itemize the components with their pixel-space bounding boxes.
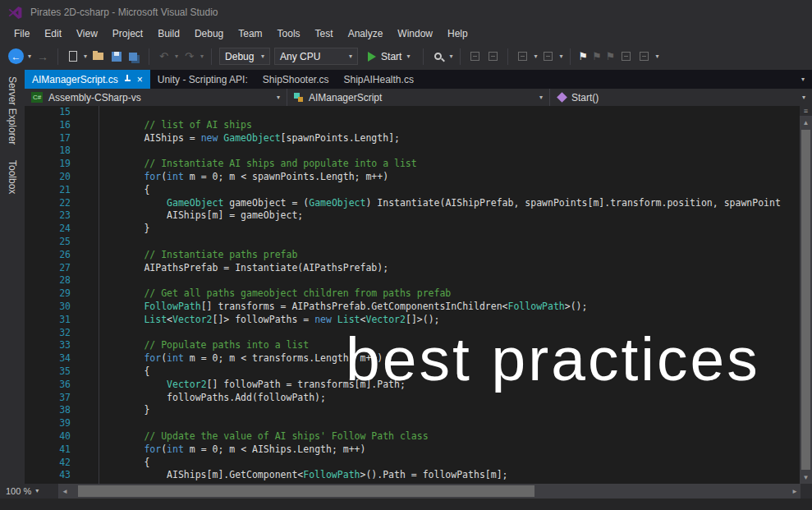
vertical-scrollbar-thumb[interactable] [801, 130, 810, 470]
menu-item-tools[interactable]: Tools [270, 25, 308, 42]
editor-tab[interactable]: ShipAIHealth.cs [337, 70, 421, 89]
redo-dropdown-icon[interactable]: ▾ [200, 53, 204, 60]
step-over-dropdown-icon[interactable]: ▾ [559, 53, 562, 60]
horizontal-scrollbar-thumb[interactable] [78, 485, 534, 497]
code-line: 32 [25, 327, 800, 340]
zoom-select[interactable]: 100 % ▾ [0, 484, 59, 499]
chevron-down-icon: ▾ [277, 94, 280, 101]
code-line: 17 AIShips = new GameObject[spawnPoints.… [25, 132, 800, 145]
menu-item-edit[interactable]: Edit [37, 25, 69, 42]
code-line: 36 Vector2[] followPath = transforms[m].… [25, 379, 800, 392]
method-icon [557, 92, 567, 103]
line-number: 24 [25, 223, 71, 236]
code-line: 18 [25, 145, 800, 158]
code-line: 35 { [25, 365, 800, 379]
line-number: 40 [25, 430, 71, 443]
visual-studio-window: Pirates 2D-csharp - Microsoft Visual Stu… [0, 0, 812, 510]
solution-platform-value: Any CPU [280, 51, 320, 62]
menu-item-help[interactable]: Help [440, 25, 475, 42]
new-file-button[interactable] [66, 49, 80, 64]
menu-item-view[interactable]: View [69, 25, 105, 42]
code-line: 19 // Instantiate AI ships and populate … [25, 158, 800, 171]
navigate-forward-button[interactable]: → [35, 50, 50, 63]
class-icon [294, 93, 303, 102]
line-number: 31 [25, 314, 71, 327]
start-debugging-button[interactable]: Start ▾ [362, 48, 415, 66]
save-all-button[interactable] [127, 49, 141, 64]
scroll-down-button[interactable]: ▼ [800, 471, 812, 483]
scroll-left-button[interactable]: ◄ [59, 484, 71, 499]
editor-tab[interactable]: AIManagerScript.cs× [25, 70, 150, 89]
side-tab-server-explorer[interactable]: Server Explorer [7, 72, 18, 149]
code-line: 15 [25, 106, 800, 119]
pin-icon[interactable] [124, 75, 131, 84]
code-text: } [99, 223, 149, 236]
code-text: AIShips[m].GetComponent<FollowPath>().Pa… [99, 469, 508, 482]
side-tab-toolbox[interactable]: Toolbox [7, 156, 18, 198]
save-button[interactable] [109, 49, 123, 64]
line-number: 32 [25, 327, 71, 340]
new-file-dropdown-icon[interactable]: ▾ [84, 53, 87, 60]
menu-item-build[interactable]: Build [150, 25, 187, 42]
break-all-button[interactable] [468, 49, 482, 64]
stop-debugging-button[interactable] [486, 49, 500, 64]
step-into-button[interactable] [516, 49, 530, 64]
open-file-button[interactable] [91, 49, 105, 64]
horizontal-scrollbar-track[interactable] [71, 484, 789, 499]
menu-item-debug[interactable]: Debug [187, 25, 231, 42]
tab-overflow-button[interactable]: ▾ [801, 76, 812, 83]
vertical-scrollbar[interactable]: ≡ ▲ ▼ [800, 106, 812, 484]
titlebar[interactable]: Pirates 2D-csharp - Microsoft Visual Stu… [0, 0, 812, 25]
scroll-right-button[interactable]: ► [789, 484, 801, 499]
step-into-dropdown-icon[interactable]: ▾ [534, 53, 537, 60]
clear-bookmarks-button[interactable] [619, 49, 633, 64]
code-text: // Populate paths into a list [99, 339, 309, 352]
menu-item-file[interactable]: File [7, 25, 37, 42]
toggle-bookmark-button[interactable]: ⚑ [578, 50, 588, 62]
menu-item-analyze[interactable]: Analyze [341, 25, 391, 42]
editor-tab[interactable]: ShipShooter.cs [255, 70, 337, 89]
menu-item-window[interactable]: Window [390, 25, 440, 42]
next-bookmark-button[interactable]: ⚑ [606, 50, 616, 62]
code-line: 31 List<Vector2[]> followPaths = new Lis… [25, 314, 800, 327]
toolbar-separator [57, 48, 58, 65]
line-number: 23 [25, 209, 71, 223]
find-dropdown-icon[interactable]: ▾ [449, 53, 452, 60]
code-editor[interactable]: 1516 // list of AI ships17 AIShips = new… [25, 106, 800, 484]
type-select[interactable]: AIManagerScript ▾ [287, 89, 550, 106]
tab-label: ShipAIHealth.cs [344, 74, 414, 85]
code-line: 21 { [25, 184, 800, 197]
step-over-button[interactable] [541, 49, 555, 64]
redo-button[interactable]: ↷ [182, 49, 196, 64]
menu-item-project[interactable]: Project [105, 25, 150, 42]
code-line: 30 FollowPath[] transforms = AIPathsPref… [25, 301, 800, 314]
undo-dropdown-icon[interactable]: ▾ [175, 53, 178, 60]
member-select[interactable]: Start() ▾ [550, 89, 812, 106]
menu-item-team[interactable]: Team [231, 25, 269, 42]
play-icon [368, 52, 376, 62]
scroll-up-button[interactable]: ▲ [800, 117, 812, 128]
undo-button[interactable]: ↶ [157, 49, 171, 64]
close-icon[interactable]: × [137, 75, 143, 85]
editor-tab[interactable]: Unity - Scripting API: [150, 70, 255, 89]
solution-configurations-select[interactable]: Debug ▾ [219, 48, 270, 65]
new-file-icon [69, 51, 77, 62]
code-line: 39 [25, 417, 800, 430]
previous-bookmark-button[interactable]: ⚑ [592, 50, 602, 62]
menu-item-test[interactable]: Test [308, 25, 341, 42]
navigate-back-dropdown-icon[interactable]: ▾ [28, 53, 31, 60]
chevron-down-icon: ▾ [539, 94, 543, 101]
code-line: 16 // list of AI ships [25, 119, 800, 132]
project-select[interactable]: C# Assembly-CSharp-vs ▾ [25, 89, 287, 106]
code-text: FollowPath[] transforms = AIPathsPrefab.… [99, 301, 587, 314]
comment-selection-button[interactable] [637, 49, 651, 64]
line-number: 17 [25, 132, 71, 145]
editor-splitter-handle[interactable]: ≡ [800, 106, 812, 117]
tab-label: ShipShooter.cs [263, 74, 329, 85]
visual-studio-logo-icon [7, 5, 23, 21]
code-text: List<Vector2[]> followPaths = new List<V… [99, 314, 440, 327]
find-in-files-button[interactable] [431, 49, 445, 64]
navigate-back-button[interactable]: ← [8, 48, 24, 64]
toolbar-overflow-button[interactable]: ▾ [655, 53, 658, 60]
solution-platforms-select[interactable]: Any CPU ▾ [274, 48, 358, 65]
